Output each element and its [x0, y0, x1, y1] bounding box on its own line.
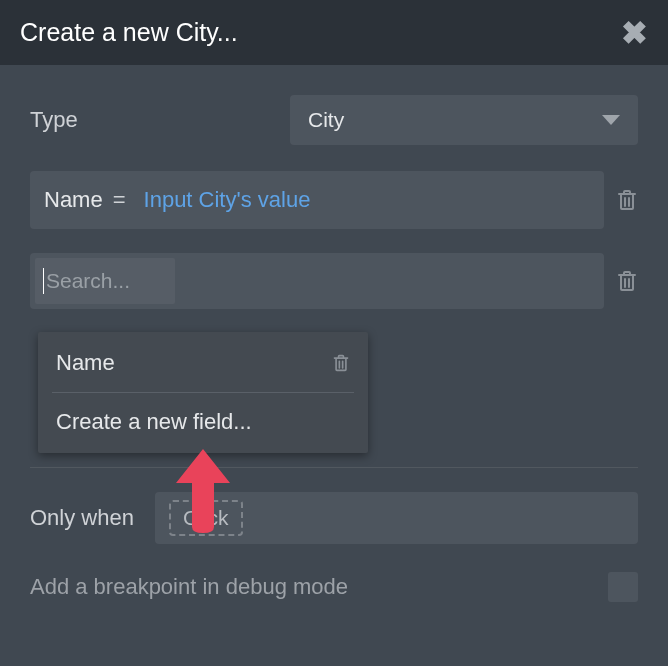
dropdown-item-label: Name	[56, 350, 115, 376]
search-row: Search...	[30, 253, 638, 309]
search-input[interactable]: Search...	[35, 258, 175, 304]
only-when-row: Only when Click	[30, 467, 638, 544]
trash-icon[interactable]	[616, 188, 638, 212]
assignment-field: Name	[44, 187, 103, 213]
breakpoint-row: Add a breakpoint in debug mode	[30, 572, 638, 602]
breakpoint-checkbox[interactable]	[608, 572, 638, 602]
search-bar: Search...	[30, 253, 604, 309]
dropdown-item-label: Create a new field...	[56, 409, 252, 435]
text-cursor	[43, 268, 44, 294]
search-placeholder: Search...	[46, 269, 130, 293]
dialog-title: Create a new City...	[20, 18, 238, 47]
only-when-field[interactable]: Click	[155, 492, 638, 544]
dropdown-item-name[interactable]: Name	[38, 338, 368, 388]
only-when-chip[interactable]: Click	[169, 500, 243, 536]
type-label: Type	[30, 107, 290, 133]
assignment-value: Input City's value	[144, 187, 311, 213]
only-when-label: Only when	[30, 505, 155, 531]
dropdown-divider	[52, 392, 354, 393]
trash-icon[interactable]	[332, 353, 350, 373]
type-row: Type City	[30, 95, 638, 145]
assignment-operator: =	[113, 187, 126, 213]
breakpoint-label: Add a breakpoint in debug mode	[30, 574, 348, 600]
field-dropdown: Name Create a new field...	[38, 332, 368, 453]
assignment-box[interactable]: Name = Input City's value	[30, 171, 604, 229]
trash-icon[interactable]	[616, 269, 638, 293]
type-select-value: City	[308, 108, 344, 132]
dialog-header: Create a new City... ✖	[0, 0, 668, 65]
assignment-row: Name = Input City's value	[30, 171, 638, 229]
chevron-down-icon	[602, 115, 620, 125]
close-icon[interactable]: ✖	[621, 17, 648, 49]
dropdown-item-create-new-field[interactable]: Create a new field...	[38, 397, 368, 447]
type-select[interactable]: City	[290, 95, 638, 145]
